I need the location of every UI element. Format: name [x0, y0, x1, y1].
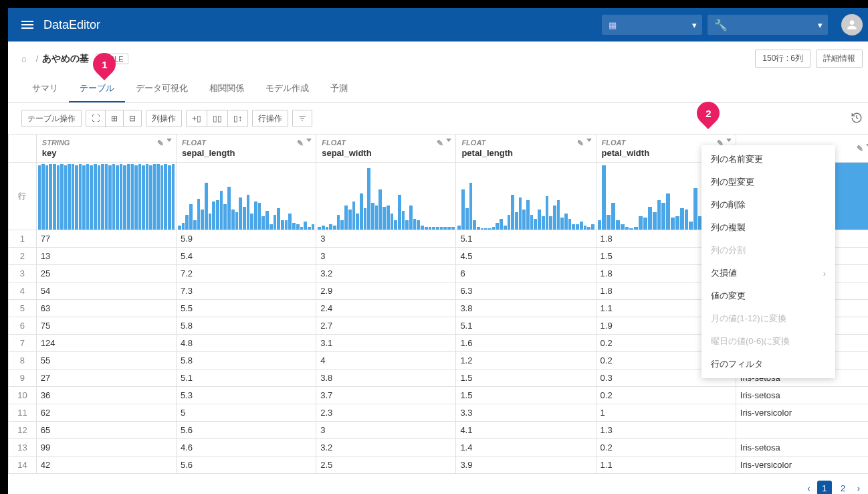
cell[interactable]: 4.5	[456, 248, 596, 265]
cell[interactable]: 42	[36, 457, 176, 474]
cell[interactable]: 5.1	[456, 317, 596, 335]
tab-2[interactable]: データ可視化	[125, 76, 199, 102]
tab-4[interactable]: モデル作成	[255, 76, 320, 102]
column-menu-icon[interactable]	[167, 139, 172, 142]
cell[interactable]: 63	[36, 300, 176, 317]
tab-3[interactable]: 相関関係	[199, 76, 255, 102]
history-icon[interactable]	[851, 112, 863, 126]
cell[interactable]: 62	[36, 404, 176, 422]
col-tool-1[interactable]: +▯	[186, 110, 207, 127]
cell[interactable]: 5.9	[177, 230, 316, 248]
cell[interactable]: 3	[316, 248, 456, 265]
tab-5[interactable]: 予測	[320, 76, 358, 102]
top-dropdown-2[interactable]: 🔧 ▾	[708, 15, 828, 35]
cell[interactable]: 2.5	[316, 457, 456, 474]
edit-column-icon[interactable]	[577, 139, 584, 146]
cell[interactable]: 3.8	[316, 369, 456, 387]
col-ops-button[interactable]: 列操作	[146, 110, 182, 127]
tab-0[interactable]: サマリ	[21, 76, 69, 102]
column-menu-icon[interactable]	[306, 139, 312, 142]
cell[interactable]: Iris-setosa	[736, 387, 868, 404]
cell[interactable]: 2.4	[316, 300, 456, 317]
tab-1[interactable]: テーブル	[69, 76, 125, 102]
page-next[interactable]: ›	[855, 483, 863, 493]
cell[interactable]: 77	[36, 230, 176, 248]
tool-remove-icon[interactable]: ⊟	[123, 110, 142, 127]
hamburger-icon[interactable]	[21, 19, 33, 31]
cell[interactable]: 2.3	[316, 404, 456, 422]
cell[interactable]: 1.4	[456, 439, 596, 457]
cell[interactable]: 5.1	[456, 230, 596, 248]
cell[interactable]: 4	[316, 352, 456, 369]
cell[interactable]: 1	[596, 404, 736, 422]
cell[interactable]: 7.3	[177, 282, 316, 300]
row-ops-button[interactable]: 行操作	[252, 110, 288, 127]
context-menu-item[interactable]: 行のフィルタ	[701, 353, 835, 376]
cell[interactable]: 1.2	[456, 352, 596, 369]
context-menu-item[interactable]: 列の型変更	[701, 171, 835, 193]
cell[interactable]: 3.9	[456, 457, 596, 474]
cell[interactable]: 124	[36, 335, 176, 352]
cell[interactable]: 55	[36, 352, 176, 369]
cell[interactable]: 0.2	[596, 387, 736, 404]
edit-column-icon[interactable]	[437, 139, 444, 146]
col-tool-2[interactable]: ▯▯	[207, 110, 228, 127]
cell[interactable]: 3.3	[456, 404, 596, 422]
cell[interactable]: Iris-setosa	[736, 439, 868, 457]
table-row[interactable]: 13994.63.21.40.2Iris-setosa	[9, 439, 869, 457]
cell[interactable]: 3.2	[316, 439, 456, 457]
context-menu-item[interactable]: 列の削除	[701, 193, 835, 216]
tool-expand-icon[interactable]: ⛶	[86, 110, 106, 127]
cell[interactable]: 0.2	[596, 439, 736, 457]
edit-column-icon[interactable]	[157, 139, 165, 146]
cell[interactable]: 4.1	[456, 422, 596, 439]
cell[interactable]: 5.6	[177, 457, 316, 474]
context-menu-item[interactable]: 列の名前変更	[701, 148, 835, 171]
cell[interactable]: 75	[36, 317, 176, 335]
cell[interactable]: 3.2	[316, 265, 456, 282]
cell[interactable]: 27	[36, 369, 176, 387]
context-menu-item[interactable]: 欠損値›	[701, 262, 835, 284]
cell[interactable]: 5	[177, 404, 316, 422]
user-avatar[interactable]	[841, 14, 863, 35]
home-icon[interactable]: ⌂	[21, 54, 27, 64]
table-row[interactable]: 116252.33.31Iris-versicolor	[9, 404, 869, 422]
cell[interactable]: 1.6	[456, 335, 596, 352]
table-row[interactable]: 10365.33.71.50.2Iris-setosa	[9, 387, 869, 404]
filter-icon[interactable]	[292, 110, 312, 127]
cell[interactable]: 3.1	[316, 335, 456, 352]
cell[interactable]: 6	[456, 265, 596, 282]
cell[interactable]: 5.6	[177, 422, 316, 439]
cell[interactable]	[736, 422, 868, 439]
column-menu-icon[interactable]	[586, 139, 592, 142]
context-menu-item[interactable]: 値の変更	[701, 284, 835, 307]
cell[interactable]: 4.8	[177, 335, 316, 352]
cell[interactable]: 7.2	[177, 265, 316, 282]
edit-column-icon[interactable]	[857, 144, 864, 151]
cell[interactable]: 25	[36, 265, 176, 282]
cell[interactable]: 54	[36, 282, 176, 300]
cell[interactable]: 5.3	[177, 387, 316, 404]
cell[interactable]: 6.3	[456, 282, 596, 300]
cell[interactable]: 3.7	[316, 387, 456, 404]
column-menu-icon[interactable]	[726, 139, 732, 142]
cell[interactable]: 5.4	[177, 248, 316, 265]
cell[interactable]: 65	[36, 422, 176, 439]
cell[interactable]: 5.8	[177, 352, 316, 369]
tool-add-icon[interactable]: ⊞	[105, 110, 124, 127]
top-dropdown-1[interactable]: ▦ ▾	[602, 15, 702, 35]
cell[interactable]: 36	[36, 387, 176, 404]
cell[interactable]: 5.1	[177, 369, 316, 387]
detail-button[interactable]: 詳細情報	[816, 50, 863, 68]
edit-column-icon[interactable]	[297, 139, 304, 146]
cell[interactable]: 5.8	[177, 317, 316, 335]
page-prev[interactable]: ‹	[804, 483, 812, 493]
cell[interactable]: 13	[36, 248, 176, 265]
table-row[interactable]: 12655.634.11.3	[9, 422, 869, 439]
cell[interactable]: Iris-versicolor	[736, 457, 868, 474]
page-2[interactable]: 2	[836, 481, 851, 494]
cell[interactable]: 4.6	[177, 439, 316, 457]
column-menu-icon[interactable]	[446, 139, 451, 142]
cell[interactable]: 1.3	[596, 422, 736, 439]
cell[interactable]: 99	[36, 439, 176, 457]
